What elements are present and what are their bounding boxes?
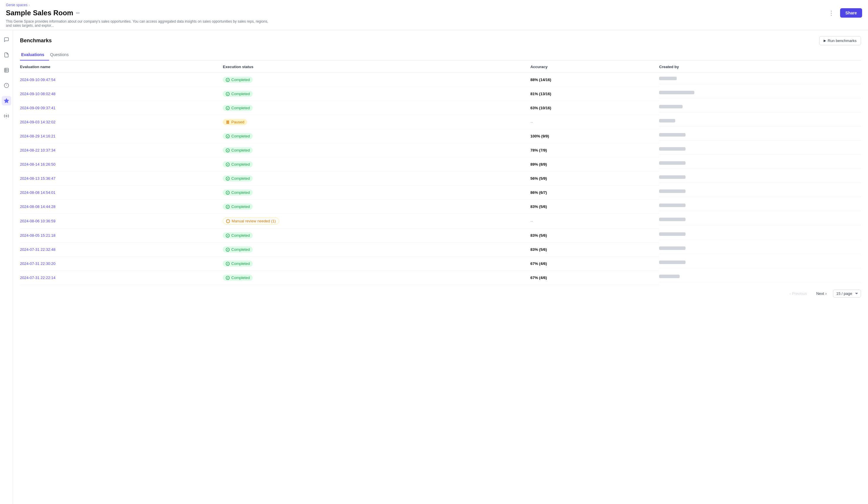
accuracy-cell: 89% (8/9) xyxy=(530,157,659,171)
eval-name-link[interactable]: 2024-08-05 15:21:18 xyxy=(20,233,55,238)
tab-questions[interactable]: Questions xyxy=(49,50,73,61)
creator-blur xyxy=(659,189,685,193)
run-benchmarks-label: Run benchmarks xyxy=(828,39,857,43)
table-row: 2024-08-08 14:44:28 Completed83% (5/6) xyxy=(20,200,861,214)
document-icon[interactable] xyxy=(2,50,11,60)
creator-cell xyxy=(659,214,861,225)
previous-button[interactable]: ‹ Previous xyxy=(787,290,810,297)
creator-cell xyxy=(659,87,861,98)
accuracy-dash: -- xyxy=(530,219,533,223)
accuracy-value: 88% (14/16) xyxy=(530,77,551,82)
table-icon[interactable] xyxy=(2,65,11,75)
creator-blur xyxy=(659,105,683,108)
table-row: 2024-09-03 14:32:02 Paused-- xyxy=(20,115,861,129)
accuracy-value: 67% (4/6) xyxy=(530,275,547,280)
gear-icon[interactable] xyxy=(2,111,11,121)
accuracy-value: 67% (4/6) xyxy=(530,261,547,266)
accuracy-cell: 81% (13/16) xyxy=(530,87,659,101)
eval-name-cell: 2024-07-31 22:22:14 xyxy=(20,271,223,285)
table-row: 2024-08-13 15:36:47 Completed56% (5/9) xyxy=(20,171,861,186)
status-cell: Completed xyxy=(223,129,530,143)
creator-cell xyxy=(659,257,861,268)
svg-point-8 xyxy=(6,115,7,117)
status-badge: Paused xyxy=(223,119,247,125)
run-benchmarks-button[interactable]: ▶ Run benchmarks xyxy=(819,36,861,45)
eval-name-link[interactable]: 2024-09-10 08:02:48 xyxy=(20,92,55,96)
status-cell: Completed xyxy=(223,186,530,200)
creator-blur xyxy=(659,218,685,221)
eval-name-link[interactable]: 2024-08-08 14:44:28 xyxy=(20,204,55,209)
creator-blur xyxy=(659,232,685,236)
accuracy-value: 89% (8/9) xyxy=(530,162,547,167)
status-badge: Completed xyxy=(223,91,253,97)
accuracy-value: 81% (13/16) xyxy=(530,92,551,96)
status-cell: Completed xyxy=(223,87,530,101)
creator-cell xyxy=(659,200,861,211)
eval-name-link[interactable]: 2024-07-31 22:32:48 xyxy=(20,247,55,252)
status-badge: Completed xyxy=(223,105,253,111)
eval-name-link[interactable]: 2024-08-06 10:36:59 xyxy=(20,219,55,223)
status-cell: Completed xyxy=(223,101,530,115)
more-options-button[interactable]: ⋮ xyxy=(826,8,837,18)
status-badge: Completed xyxy=(223,161,253,167)
status-badge: Manual review needed (1) xyxy=(223,218,279,224)
col-header-created-by: Created by xyxy=(659,61,861,73)
status-badge: Completed xyxy=(223,133,253,139)
accuracy-cell: 86% (6/7) xyxy=(530,186,659,200)
creator-blur xyxy=(659,77,677,80)
eval-name-cell: 2024-07-31 22:30:20 xyxy=(20,257,223,271)
star-icon[interactable] xyxy=(2,96,11,105)
table-row: 2024-09-10 09:47:54 Completed88% (14/16) xyxy=(20,73,861,87)
page-title: Sample Sales Room xyxy=(6,9,73,17)
share-button[interactable]: Share xyxy=(840,8,862,18)
status-cell: Completed xyxy=(223,229,530,243)
benchmarks-header: Benchmarks ▶ Run benchmarks xyxy=(20,36,861,45)
table-row: 2024-08-14 16:26:50 Completed89% (8/9) xyxy=(20,157,861,171)
eval-name-link[interactable]: 2024-08-08 14:54:01 xyxy=(20,190,55,195)
eval-name-link[interactable]: 2024-09-10 09:47:54 xyxy=(20,77,55,82)
eval-name-link[interactable]: 2024-08-22 10:37:34 xyxy=(20,148,55,153)
main-layout: Benchmarks ▶ Run benchmarks Evaluations … xyxy=(0,30,868,504)
eval-name-cell: 2024-08-06 10:36:59 xyxy=(20,214,223,229)
eval-name-link[interactable]: 2024-07-31 22:30:20 xyxy=(20,261,55,266)
eval-name-cell: 2024-08-29 14:16:21 xyxy=(20,129,223,143)
breadcrumb[interactable]: Genie spaces › xyxy=(6,3,862,7)
status-cell: Completed xyxy=(223,143,530,157)
creator-cell xyxy=(659,143,861,155)
eval-name-link[interactable]: 2024-09-03 14:32:02 xyxy=(20,120,55,124)
creator-blur xyxy=(659,161,685,165)
creator-blur xyxy=(659,261,685,264)
table-row: 2024-08-29 14:16:21 Completed100% (9/9) xyxy=(20,129,861,143)
eval-name-link[interactable]: 2024-08-14 16:26:50 xyxy=(20,162,55,167)
accuracy-cell: 56% (5/9) xyxy=(530,171,659,186)
accuracy-cell: 67% (4/6) xyxy=(530,271,659,285)
creator-blur xyxy=(659,203,685,207)
creator-cell xyxy=(659,243,861,254)
eval-name-link[interactable]: 2024-08-29 14:16:21 xyxy=(20,134,55,138)
eval-name-link[interactable]: 2024-09-09 09:37:41 xyxy=(20,106,55,110)
eval-name-link[interactable]: 2024-07-31 22:22:14 xyxy=(20,275,55,280)
status-cell: Completed xyxy=(223,73,530,87)
content-area: Benchmarks ▶ Run benchmarks Evaluations … xyxy=(13,30,868,504)
eval-name-cell: 2024-07-31 22:32:48 xyxy=(20,243,223,257)
table-row: 2024-07-31 22:30:20 Completed67% (4/6) xyxy=(20,257,861,271)
table-row: 2024-08-08 14:54:01 Completed86% (6/7) xyxy=(20,186,861,200)
tab-evaluations[interactable]: Evaluations xyxy=(20,50,49,61)
alert-icon[interactable] xyxy=(2,81,11,90)
status-badge: Completed xyxy=(223,77,253,83)
accuracy-cell: 83% (5/6) xyxy=(530,229,659,243)
eval-name-link[interactable]: 2024-08-13 15:36:47 xyxy=(20,176,55,181)
accuracy-value: 63% (10/16) xyxy=(530,106,551,110)
table-row: 2024-07-31 22:22:14 Completed67% (4/6) xyxy=(20,271,861,285)
per-page-select[interactable]: 15 / page 25 / page 50 / page xyxy=(833,290,861,297)
eval-name-cell: 2024-08-08 14:54:01 xyxy=(20,186,223,200)
status-cell: Completed xyxy=(223,171,530,186)
next-label: Next xyxy=(816,291,824,296)
svg-rect-13 xyxy=(228,121,229,123)
creator-blur xyxy=(659,175,685,179)
accuracy-value: 83% (5/6) xyxy=(530,233,547,238)
next-button[interactable]: Next › xyxy=(813,290,829,297)
table-row: 2024-09-10 08:02:48 Completed81% (13/16) xyxy=(20,87,861,101)
chat-icon[interactable] xyxy=(2,35,11,44)
edit-icon[interactable]: ✏ xyxy=(76,10,80,16)
